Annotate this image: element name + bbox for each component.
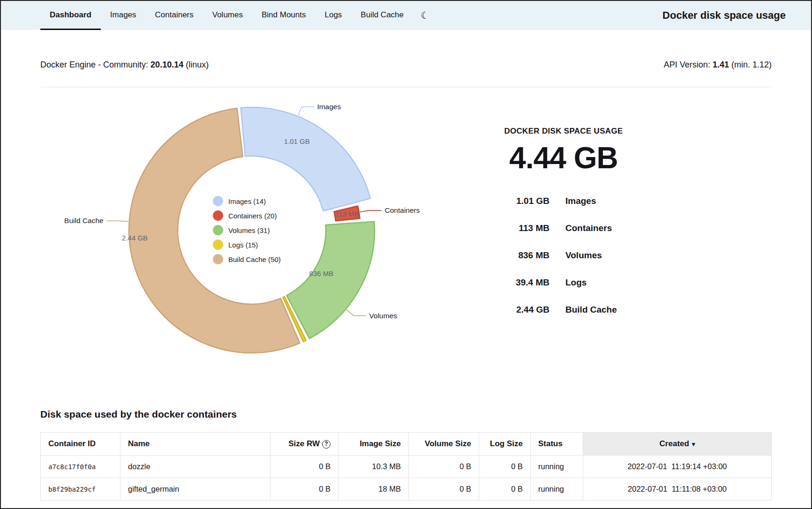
- images-swatch-icon: [213, 196, 223, 206]
- tab-build-cache[interactable]: Build Cache: [351, 1, 413, 30]
- column-header-status[interactable]: Status: [531, 433, 583, 456]
- cell-container-id: a7c8c17f0f0a: [41, 456, 120, 478]
- tab-images[interactable]: Images: [101, 1, 146, 30]
- containers-table: Container ID Name Size RW? Image Size Vo…: [40, 432, 772, 501]
- tab-volumes[interactable]: Volumes: [203, 1, 252, 30]
- table-row: a7c8c17f0f0a dozzle 0 B 10.3 MB 0 B 0 B …: [41, 456, 772, 478]
- summary-label: Volumes: [565, 250, 602, 261]
- tab-dashboard[interactable]: Dashboard: [40, 1, 101, 30]
- summary-row-logs: 39.4 MB Logs: [463, 277, 664, 288]
- summary-label: Images: [565, 196, 596, 206]
- cell-name: gifted_germain: [120, 478, 271, 501]
- cell-log-size: 0 B: [479, 456, 531, 478]
- engine-version-text: Docker Engine - Community: 20.10.14 (lin…: [40, 60, 209, 70]
- legend-item-images[interactable]: Images (14): [213, 196, 281, 206]
- summary-row-volumes: 836 MB Volumes: [463, 250, 664, 261]
- disk-usage-section: 1.01 GBImages113 MBContainers836 MBVolum…: [1, 87, 811, 387]
- tab-containers[interactable]: Containers: [146, 1, 203, 30]
- legend-label: Images (14): [228, 197, 266, 205]
- nav-tabs: Dashboard Images Containers Volumes Bind…: [40, 1, 437, 30]
- containers-swatch-icon: [213, 210, 223, 221]
- cell-status: running: [531, 478, 583, 501]
- chart-legend: Images (14) Containers (20) Volumes (31)…: [213, 196, 281, 269]
- docker-dashboard-page: Dashboard Images Containers Volumes Bind…: [0, 0, 812, 509]
- summary-value: 113 MB: [463, 223, 549, 233]
- cell-image-size: 18 MB: [338, 478, 409, 501]
- summary-value: 1.01 GB: [463, 196, 549, 206]
- cell-created: 2022-07-01 11:11:08 +03:00: [583, 478, 772, 501]
- cell-image-size: 10.3 MB: [338, 456, 409, 478]
- slice-size-label-build-cache: 2.44 GB: [122, 234, 148, 242]
- legend-item-volumes[interactable]: Volumes (31): [213, 225, 281, 235]
- callout-label-containers: Containers: [385, 206, 420, 214]
- build-cache-swatch-icon: [213, 254, 223, 264]
- column-header-created[interactable]: Created▾: [583, 433, 772, 456]
- api-version-text: API Version: 1.41 (min. 1.12): [664, 60, 772, 70]
- donut-slice-images[interactable]: [241, 107, 370, 211]
- column-header-container-id[interactable]: Container ID: [41, 433, 120, 456]
- donut-slice-volumes[interactable]: [286, 222, 375, 339]
- cell-container-id: b8f29ba229cf: [41, 478, 120, 501]
- table-header-row: Container ID Name Size RW? Image Size Vo…: [41, 433, 772, 456]
- tab-logs[interactable]: Logs: [315, 1, 351, 30]
- summary-label: Build Cache: [565, 305, 617, 315]
- column-header-log-size[interactable]: Log Size: [479, 433, 531, 456]
- summary-value: 39.4 MB: [463, 277, 549, 288]
- slice-size-label-containers: 113 MB: [335, 210, 359, 218]
- summary-row-build-cache: 2.44 GB Build Cache: [463, 305, 664, 315]
- summary-value: 836 MB: [463, 250, 549, 261]
- cell-size-rw: 0 B: [271, 478, 338, 501]
- summary-total: 4.44 GB: [463, 141, 664, 175]
- summary-label: Containers: [565, 223, 612, 233]
- legend-item-build-cache[interactable]: Build Cache (50): [213, 254, 281, 264]
- cell-volume-size: 0 B: [409, 478, 479, 501]
- slice-size-label-volumes: 836 MB: [309, 269, 334, 277]
- column-header-image-size[interactable]: Image Size: [338, 433, 409, 456]
- callout-label-images: Images: [317, 103, 341, 111]
- legend-item-logs[interactable]: Logs (15): [213, 240, 281, 250]
- callout-label-build-cache: Build Cache: [64, 217, 104, 225]
- legend-item-containers[interactable]: Containers (20): [213, 210, 281, 221]
- callout-line-containers: [360, 210, 382, 212]
- callout-line-build-cache: [107, 221, 128, 221]
- cell-name: dozzle: [120, 456, 271, 478]
- cell-size-rw: 0 B: [271, 456, 338, 478]
- summary-value: 2.44 GB: [463, 305, 549, 315]
- legend-label: Logs (15): [228, 241, 258, 249]
- volumes-swatch-icon: [213, 225, 223, 235]
- cell-volume-size: 0 B: [409, 456, 479, 478]
- containers-table-section: Disk space used by the docker containers…: [40, 409, 772, 501]
- cell-created: 2022-07-01 11:19:14 +03:00: [583, 456, 772, 478]
- callout-line-images: [298, 107, 314, 116]
- app-title: Docker disk space usage: [662, 9, 811, 22]
- engine-info-row: Docker Engine - Community: 20.10.14 (lin…: [40, 60, 772, 70]
- column-header-size-rw[interactable]: Size RW?: [271, 433, 338, 456]
- logs-swatch-icon: [213, 240, 223, 250]
- callout-line-volumes: [346, 310, 366, 316]
- legend-label: Build Cache (50): [228, 255, 281, 263]
- top-navigation-bar: Dashboard Images Containers Volumes Bind…: [1, 1, 811, 30]
- column-header-name[interactable]: Name: [120, 433, 271, 456]
- legend-label: Containers (20): [228, 212, 277, 220]
- summary-rows: 1.01 GB Images 113 MB Containers 836 MB …: [463, 196, 664, 315]
- dark-mode-toggle[interactable]: ☾: [413, 1, 437, 30]
- moon-icon: ☾: [421, 10, 429, 21]
- cell-log-size: 0 B: [479, 478, 531, 501]
- summary-heading: DOCKER DISK SPACE USAGE: [463, 127, 664, 136]
- column-header-volume-size[interactable]: Volume Size: [409, 433, 479, 456]
- summary-row-containers: 113 MB Containers: [463, 223, 664, 233]
- table-row: b8f29ba229cf gifted_germain 0 B 18 MB 0 …: [41, 478, 772, 501]
- legend-label: Volumes (31): [228, 226, 270, 234]
- question-circle-icon[interactable]: ?: [322, 440, 331, 449]
- size-rw-label: Size RW: [288, 439, 320, 448]
- tab-bind-mounts[interactable]: Bind Mounts: [252, 1, 316, 30]
- summary-label: Logs: [565, 277, 586, 288]
- caret-down-icon: ▾: [692, 441, 695, 448]
- slice-size-label-images: 1.01 GB: [284, 137, 310, 145]
- summary-row-images: 1.01 GB Images: [463, 196, 664, 206]
- callout-label-volumes: Volumes: [369, 312, 398, 320]
- disk-usage-summary: DOCKER DISK SPACE USAGE 4.44 GB 1.01 GB …: [463, 127, 664, 332]
- cell-status: running: [531, 456, 583, 478]
- created-label: Created: [660, 439, 689, 448]
- table-heading: Disk space used by the docker containers: [40, 409, 772, 420]
